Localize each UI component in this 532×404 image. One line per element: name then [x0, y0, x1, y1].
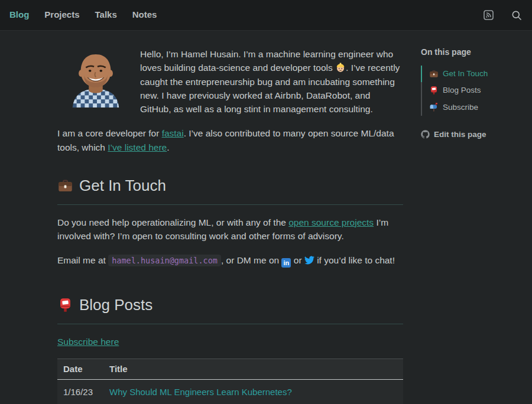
consulting-text-1: Do you need help operationalizing ML, or… [57, 217, 288, 227]
email-text-4: if you’d like to chat! [314, 255, 395, 265]
subscribe-paragraph: Subscribe here [57, 335, 403, 348]
oss-text-3: . [167, 142, 169, 152]
oss-text-1: I am a core developer for [57, 128, 162, 138]
toc-item-label: Blog Posts [443, 84, 481, 96]
briefcase-emoji [429, 69, 439, 79]
nav-item-notes[interactable]: Notes [125, 8, 165, 22]
nav-links: Blog Projects Talks Notes [9, 8, 164, 22]
top-navbar: Blog Projects Talks Notes [0, 0, 532, 31]
consulting-paragraph: Do you need help operationalizing ML, or… [57, 216, 403, 243]
get-in-touch-heading: Get In Touch [57, 174, 403, 205]
twitter-icon[interactable] [304, 255, 314, 265]
get-in-touch-heading-text: Get In Touch [79, 174, 166, 197]
toc-item-label: Get In Touch [443, 68, 488, 80]
toc-item-get-in-touch[interactable]: Get In Touch [421, 66, 530, 82]
toc-list: Get In Touch Blog Posts Subscribe [421, 66, 530, 116]
toc-sidebar: On this page Get In Touch Blog Posts Sub… [421, 31, 530, 404]
blog-posts-heading-text: Blog Posts [79, 294, 153, 317]
intro-block: Hello, I’m Hamel Husain. I’m a machine l… [57, 47, 403, 116]
table-header-row: Date Title [57, 359, 403, 380]
toc-item-label: Subscribe [443, 102, 478, 113]
email-text-2: , or DM me on [221, 255, 282, 265]
mailbox-emoji [429, 103, 439, 112]
subscribe-here-link[interactable]: Subscribe here [57, 337, 119, 347]
fastai-link[interactable]: fastai [162, 128, 184, 138]
search-icon[interactable] [511, 9, 523, 21]
toc-item-blog-posts[interactable]: Blog Posts [421, 82, 530, 99]
nav-item-blog[interactable]: Blog [9, 8, 37, 22]
postbox-emoji [429, 86, 439, 95]
linkedin-icon[interactable]: in [281, 258, 291, 268]
toc-item-subscribe[interactable]: Subscribe [421, 99, 530, 116]
edit-this-page-link[interactable]: Edit this page [421, 129, 530, 141]
email-text-1: Email me at [57, 255, 108, 265]
construction-worker-emoji [335, 62, 346, 73]
date-column-header: Date [57, 359, 103, 380]
github-icon [421, 130, 430, 139]
table-row: 1/16/23 Why Should ML Engineers Learn Ku… [57, 380, 403, 404]
edit-link-label: Edit this page [434, 129, 486, 141]
listed-here-link[interactable]: I’ve listed here [108, 142, 167, 152]
nav-item-projects[interactable]: Projects [37, 8, 87, 22]
briefcase-emoji [57, 178, 73, 194]
post-title-link[interactable]: Why Should ML Engineers Learn Kubernetes… [109, 387, 292, 397]
rss-icon[interactable] [483, 9, 494, 21]
email-paragraph: Email me at hamel.husain@gmail.com, or D… [57, 253, 403, 268]
toc-title: On this page [421, 46, 530, 58]
blog-posts-table: Date Title 1/16/23 Why Should ML Enginee… [57, 359, 403, 404]
open-source-projects-link[interactable]: open source projects [288, 217, 374, 227]
page-body: Hello, I’m Hamel Husain. I’m a machine l… [0, 31, 532, 404]
title-column-header: Title [103, 359, 403, 380]
postbox-emoji [57, 297, 73, 313]
email-text-3: or [291, 255, 304, 265]
blog-posts-heading: Blog Posts [57, 294, 403, 324]
post-date: 1/16/23 [57, 380, 103, 404]
main-content: Hello, I’m Hamel Husain. I’m a machine l… [57, 31, 403, 404]
profile-photo [64, 51, 127, 107]
intro-paragraph: Hello, I’m Hamel Husain. I’m a machine l… [140, 47, 403, 116]
email-address[interactable]: hamel.husain@gmail.com [108, 255, 221, 266]
oss-paragraph: I am a core developer for fastai. I’ve a… [57, 126, 403, 154]
nav-item-talks[interactable]: Talks [87, 8, 125, 22]
